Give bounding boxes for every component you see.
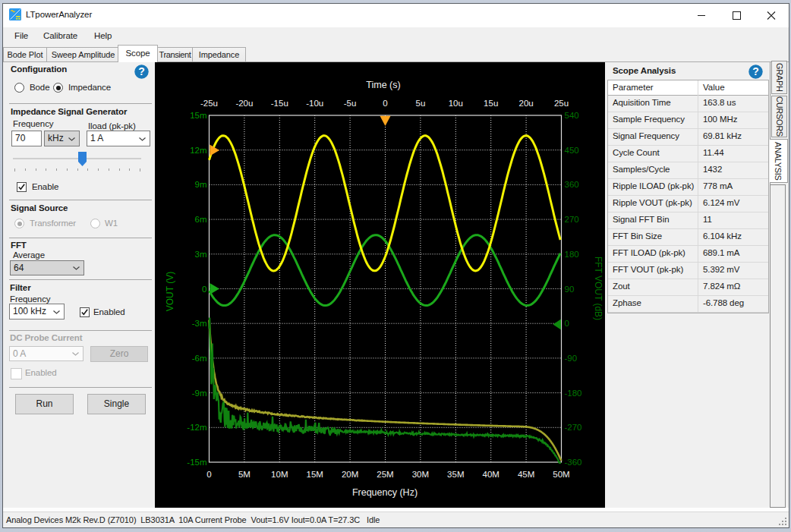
svg-text:6m: 6m	[195, 215, 207, 224]
svg-text:9m: 9m	[195, 180, 207, 189]
svg-text:20u: 20u	[519, 99, 534, 108]
svg-text:25M: 25M	[377, 470, 393, 479]
svg-text:-90: -90	[565, 354, 578, 363]
svg-text:FFT VOUT (dB): FFT VOUT (dB)	[593, 257, 603, 320]
svg-text:Frequency (Hz): Frequency (Hz)	[352, 487, 418, 498]
svg-text:-3m: -3m	[192, 319, 207, 328]
svg-text:10u: 10u	[449, 99, 463, 108]
svg-text:0: 0	[565, 319, 569, 328]
svg-text:90: 90	[565, 285, 575, 294]
svg-text:5M: 5M	[238, 470, 251, 479]
svg-text:-5u: -5u	[344, 99, 357, 108]
svg-text:15M: 15M	[307, 470, 323, 479]
svg-text:-10u: -10u	[306, 99, 323, 108]
svg-text:Time (s): Time (s)	[366, 80, 400, 90]
svg-text:-15m: -15m	[187, 458, 206, 467]
svg-text:450: 450	[565, 146, 579, 155]
svg-text:-270: -270	[565, 423, 582, 432]
svg-text:35M: 35M	[447, 470, 464, 479]
svg-text:-6m: -6m	[192, 354, 207, 363]
svg-text:360: 360	[565, 180, 579, 189]
svg-text:0: 0	[383, 99, 387, 108]
svg-text:0: 0	[202, 285, 206, 294]
svg-text:15u: 15u	[484, 99, 498, 108]
svg-text:?: ?	[752, 65, 759, 77]
svg-text:-25u: -25u	[200, 99, 218, 108]
svg-text:540: 540	[565, 111, 579, 120]
svg-text:-12m: -12m	[187, 423, 206, 432]
svg-text:15m: 15m	[190, 111, 206, 120]
svg-text:-360: -360	[565, 458, 582, 467]
svg-text:12m: 12m	[190, 146, 206, 155]
svg-text:25u: 25u	[554, 99, 569, 108]
svg-text:270: 270	[565, 215, 579, 224]
svg-text:50M: 50M	[553, 470, 569, 479]
svg-text:-15u: -15u	[271, 99, 288, 108]
svg-text:180: 180	[565, 250, 579, 259]
svg-text:VOUT (V): VOUT (V)	[165, 272, 175, 311]
svg-text:5u: 5u	[416, 99, 426, 108]
svg-text:-20u: -20u	[235, 99, 253, 108]
svg-text:30M: 30M	[412, 470, 429, 479]
svg-text:20M: 20M	[342, 470, 358, 479]
svg-text:3m: 3m	[195, 250, 207, 259]
svg-text:?: ?	[138, 65, 145, 77]
svg-text:-9m: -9m	[192, 389, 207, 398]
svg-text:40M: 40M	[483, 470, 499, 479]
svg-text:0: 0	[206, 470, 211, 479]
svg-text:-180: -180	[565, 389, 582, 398]
svg-text:45M: 45M	[518, 470, 534, 479]
svg-text:10M: 10M	[271, 470, 288, 479]
